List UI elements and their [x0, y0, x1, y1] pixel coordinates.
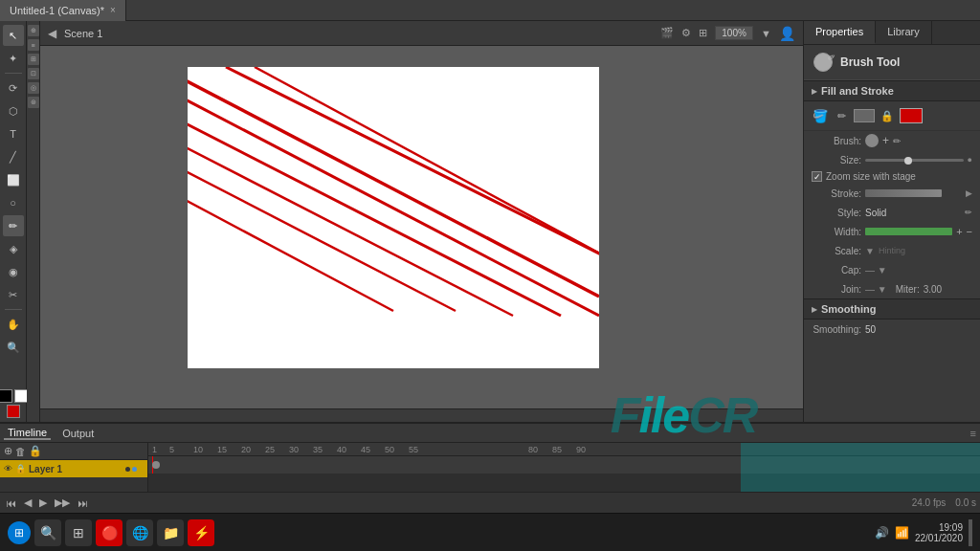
zoom-display[interactable]: 100% [715, 26, 753, 40]
brush-add-button[interactable]: + [882, 134, 889, 147]
fill-stroke-section-header[interactable]: ▶ Fill and Stroke [804, 80, 980, 101]
mini-btn-1[interactable]: ⊕ [28, 25, 39, 36]
style-edit-icon[interactable]: ✏ [965, 208, 972, 217]
frame-num-30: 30 [289, 445, 299, 454]
mini-btn-4[interactable]: ⊡ [28, 68, 39, 79]
scale-dropdown[interactable]: ▼ [865, 246, 875, 256]
tool-hand[interactable]: ✋ [3, 314, 24, 335]
tool-rectangle[interactable]: ⬜ [3, 169, 24, 190]
accent-color-swatch[interactable] [7, 405, 20, 418]
canvas-scrollbar[interactable] [40, 408, 803, 422]
layers-panel: ⊕ 🗑 🔒 👁 🔒 Layer 1 [0, 443, 148, 492]
playback-prev-button[interactable]: ◀ [22, 496, 33, 509]
tool-oval[interactable]: ○ [3, 192, 24, 213]
fill-color-swatch[interactable] [0, 389, 12, 403]
delete-layer-button[interactable]: 🗑 [15, 446, 26, 457]
stroke-color-swatch[interactable] [14, 389, 28, 403]
smoothing-section-header[interactable]: ▶ Smoothing [804, 298, 980, 320]
taskbar-flash-icon[interactable]: ⚡ [188, 519, 214, 546]
system-clock: 19:09 22/01/2020 [915, 522, 963, 543]
tool-select[interactable]: ↖ [3, 25, 24, 46]
lock-layer-button[interactable]: 🔒 [29, 445, 42, 457]
tool-pencil[interactable]: ◈ [3, 238, 24, 259]
style-label: Style: [812, 208, 861, 218]
width-minus[interactable]: − [967, 226, 972, 237]
mini-btn-5[interactable]: ◎ [28, 82, 39, 94]
scene-user-icon[interactable]: 👤 [779, 26, 795, 41]
volume-icon[interactable]: 🔊 [875, 526, 889, 540]
style-value: Solid [865, 208, 961, 218]
size-slider[interactable] [865, 159, 964, 162]
cap-prop-row: Cap: — ▼ [804, 260, 980, 279]
keyframe-1[interactable] [152, 461, 160, 469]
cap-dropdown[interactable]: — ▼ [865, 265, 887, 276]
taskbar-chrome-icon[interactable]: 🔴 [96, 519, 122, 546]
canvas-tab[interactable]: Untitled-1 (Canvas)* × [0, 0, 126, 21]
output-tab[interactable]: Output [58, 428, 98, 439]
tool-zoom[interactable]: 🔍 [3, 337, 24, 358]
right-panel: Properties Library ✏ Brush Tool ▶ Fill a… [803, 21, 980, 422]
mini-btn-2[interactable]: ≡ [28, 39, 39, 51]
canvas-svg [188, 67, 599, 368]
playback-next-button[interactable]: ▶▶ [53, 496, 72, 509]
search-taskbar-button[interactable]: 🔍 [34, 519, 61, 546]
scene-settings-icon[interactable]: ⚙ [681, 27, 691, 39]
mini-btn-6[interactable]: ⊛ [28, 97, 39, 108]
lock-stroke-icon[interactable]: 🔒 [879, 107, 896, 124]
mini-btn-3[interactable]: ⊞ [28, 54, 39, 65]
paint-bucket-icon[interactable]: 🪣 [812, 107, 829, 124]
start-button[interactable]: ⊞ [8, 521, 31, 544]
taskbar-firefox-icon[interactable]: 🌐 [126, 519, 153, 546]
size-label: Size: [812, 155, 861, 165]
layer-dot-3 [139, 467, 144, 472]
tool-eraser[interactable]: ✂ [3, 284, 24, 305]
tool-paint-bucket[interactable]: ◉ [3, 261, 24, 282]
stroke-prop-row: Stroke: ▶ [804, 184, 980, 203]
show-desktop-button[interactable] [969, 519, 972, 546]
layer-visibility-icon[interactable]: 👁 [4, 464, 12, 474]
task-view-button[interactable]: ⊞ [65, 519, 92, 546]
brush-edit-button[interactable]: ✏ [893, 136, 901, 146]
zoom-size-checkbox[interactable] [812, 171, 822, 182]
style-prop-row: Style: Solid ✏ [804, 203, 980, 222]
white-canvas[interactable] [188, 67, 599, 368]
tool-shape[interactable]: ⬡ [3, 100, 24, 121]
network-icon[interactable]: 📶 [895, 526, 909, 540]
tab-properties[interactable]: Properties [804, 21, 876, 44]
join-prop-row: Join: — ▼ Miter: 3.00 [804, 279, 980, 298]
frame-num-85: 85 [552, 445, 562, 454]
color-picker-red[interactable] [900, 108, 923, 123]
add-layer-button[interactable]: ⊕ [4, 445, 12, 457]
tool-line[interactable]: ╱ [3, 146, 24, 167]
tool-text[interactable]: T [3, 123, 24, 144]
scene-grid-icon[interactable]: ⊞ [699, 27, 707, 39]
timeline-menu-icon[interactable]: ≡ [970, 428, 976, 439]
playback-last-button[interactable]: ⏭ [76, 497, 90, 509]
scene-nav-back[interactable]: ◀ [48, 27, 56, 40]
layer-row[interactable]: 👁 🔒 Layer 1 [0, 460, 147, 477]
close-tab-button[interactable]: × [110, 5, 116, 15]
width-plus[interactable]: + [956, 226, 962, 237]
playback-play-button[interactable]: ▶ [37, 496, 49, 509]
frames-panel[interactable]: 1 5 10 15 20 25 30 35 40 45 50 55 80 85 … [148, 443, 980, 492]
stroke-line-swatch[interactable] [854, 109, 875, 122]
tool-brush[interactable]: ✏ [3, 215, 24, 236]
join-dropdown[interactable]: — ▼ [865, 284, 887, 295]
layer-lock-icon[interactable]: 🔒 [15, 464, 26, 474]
tool-name-label: Brush Tool [840, 55, 900, 69]
slider-track[interactable] [865, 159, 964, 162]
width-slider[interactable] [865, 228, 952, 235]
brush-circle[interactable] [865, 134, 879, 147]
pencil-stroke-icon[interactable]: ✏ [833, 107, 850, 124]
zoom-dropdown-icon[interactable]: ▼ [761, 28, 771, 39]
tab-library[interactable]: Library [876, 21, 932, 44]
cap-label: Cap: [812, 265, 861, 276]
slider-thumb[interactable] [904, 157, 912, 165]
playback-first-button[interactable]: ⏮ [4, 497, 18, 509]
timeline-tab[interactable]: Timeline [4, 427, 51, 440]
timeline-content: ⊕ 🗑 🔒 👁 🔒 Layer 1 [0, 443, 980, 492]
tool-transform[interactable]: ✦ [3, 48, 24, 69]
taskbar-explorer-icon[interactable]: 📁 [157, 519, 184, 546]
tool-3d-rotate[interactable]: ⟳ [3, 77, 24, 99]
zoom-check-row: Zoom size with stage [804, 169, 980, 184]
